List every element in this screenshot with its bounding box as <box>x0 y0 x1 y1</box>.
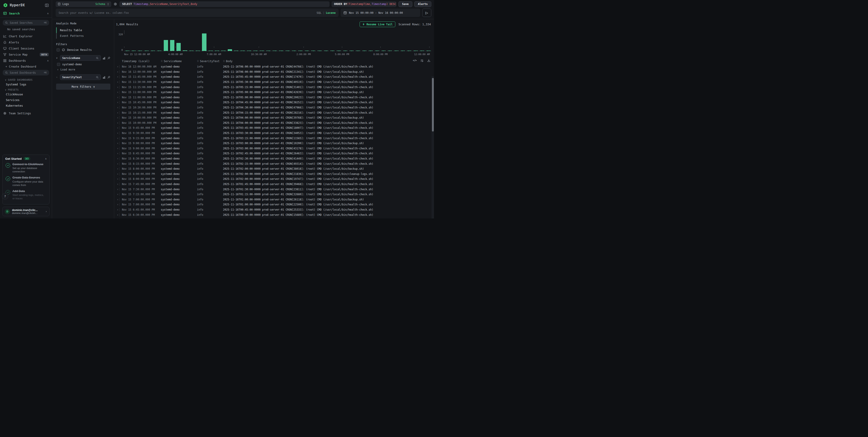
get-started-step-add-data[interactable]: Add Data Start sending logs, metrics, or… <box>6 190 46 200</box>
column-header-body[interactable]: ⠿ Body <box>223 60 421 63</box>
sidebar-item-dashboards[interactable]: Dashboards ∧ <box>0 58 52 64</box>
user-menu[interactable]: D dominic.tran@clic... dominic.tran@clic… <box>2 207 50 216</box>
saved-dashboards-input[interactable]: Saved Dashboards ⌘K <box>3 70 49 75</box>
servicename-value-checkbox[interactable] <box>57 63 60 66</box>
drag-handle-icon[interactable]: ⠿ <box>197 60 199 63</box>
load-more-button[interactable]: › Load more <box>57 68 111 71</box>
drag-handle-icon[interactable]: ⠿ <box>161 60 163 63</box>
table-row[interactable]: ›Nov 15 9:30:00.000 PMsystemd-demoinfo20… <box>116 131 434 136</box>
order-by-input[interactable]: ORDER BY (TimestampTime, Timestamp ) DES… <box>332 1 397 7</box>
log-table-body: ›Nov 16 12:00:00.000 AMsystemd-demoinfo2… <box>116 64 434 218</box>
save-button[interactable]: Save <box>399 1 412 7</box>
saved-searches-input[interactable]: Saved Searches ⌘K <box>3 20 49 26</box>
table-row[interactable]: ›Nov 15 6:15:00.000 PMsystemd-demoinfo20… <box>116 217 434 218</box>
table-row[interactable]: ›Nov 15 11:15:00.000 PMsystemd-demoinfo2… <box>116 85 434 90</box>
chevron-right-icon[interactable]: › <box>56 76 58 79</box>
mode-event-patterns[interactable]: Event Patterns <box>56 33 111 39</box>
table-row[interactable]: ›Nov 15 11:00:00.000 PMsystemd-demoinfo2… <box>116 95 434 100</box>
table-row[interactable]: ›Nov 15 10:30:00.000 PMsystemd-demoinfo2… <box>116 105 434 110</box>
table-row[interactable]: ›Nov 15 8:00:00.000 PMsystemd-demoinfo20… <box>116 171 434 176</box>
table-row[interactable]: ›Nov 15 11:30:00.000 PMsystemd-demoinfo2… <box>116 79 434 85</box>
table-row[interactable]: ›Nov 15 11:45:00.000 PMsystemd-demoinfo2… <box>116 74 434 79</box>
alerts-button[interactable]: Alerts <box>414 1 431 7</box>
sidebar-item-systemd-logs[interactable]: Systemd logs <box>0 81 52 87</box>
column-header-severitytext[interactable]: ⠿ SeverityText <box>197 60 223 63</box>
bar-chart-icon[interactable] <box>102 57 105 60</box>
table-row[interactable]: ›Nov 15 10:00:00.000 PMsystemd-demoinfo2… <box>116 115 434 121</box>
sidebar-item-client-sessions[interactable]: Client Sessions <box>0 45 52 52</box>
table-row[interactable]: ›Nov 15 9:15:00.000 PMsystemd-demoinfo20… <box>116 136 434 141</box>
chevron-up-icon[interactable]: ∧ <box>47 12 49 15</box>
event-search-input[interactable]: Search your events w/ Lucene ex. column:… <box>56 9 339 17</box>
chevron-up-icon[interactable]: ∧ <box>47 59 49 62</box>
wrap-lines-icon[interactable] <box>420 59 424 62</box>
get-started-step-sources[interactable]: Create Data Sources Configure where your… <box>6 176 46 187</box>
expand-row-icon: › <box>116 213 119 216</box>
download-icon[interactable] <box>427 59 430 62</box>
sidebar-item-services[interactable]: Services <box>0 97 52 103</box>
date-range-picker[interactable]: 1 Nov 15 00:00:00 - Nov 16 00:00:00 <box>341 9 420 17</box>
get-started-step-connect[interactable]: Connect to ClickHouse Set up your databa… <box>6 163 46 173</box>
table-row[interactable]: ›Nov 15 8:00:00.000 PMsystemd-demoinfo20… <box>116 176 434 182</box>
help-button[interactable]: ? <box>2 193 8 200</box>
table-row[interactable]: ›Nov 15 9:45:00.000 PMsystemd-demoinfo20… <box>116 125 434 131</box>
table-row[interactable]: ›Nov 15 8:15:00.000 PMsystemd-demoinfo20… <box>116 161 434 166</box>
column-header-servicename[interactable]: ⠿ ServiceName <box>161 60 197 63</box>
table-row[interactable]: ›Nov 15 10:15:00.000 PMsystemd-demoinfo2… <box>116 110 434 115</box>
table-row[interactable]: ›Nov 15 8:00:00.000 PMsystemd-demoinfo20… <box>116 166 434 171</box>
table-row[interactable]: ›Nov 16 12:00:00.000 AMsystemd-demoinfo2… <box>116 64 434 69</box>
collapse-sidebar-icon[interactable] <box>45 4 49 7</box>
pin-icon[interactable] <box>107 57 111 60</box>
section-presets[interactable]: ∨ PRESETS <box>0 87 52 92</box>
section-saved-dashboards[interactable]: ∨ SAVED DASHBOARDS <box>0 77 52 81</box>
select-clause-input[interactable]: SELECT Timestamp ,ServiceName,SeverityTe… <box>119 1 330 7</box>
bar-chart-icon[interactable] <box>102 76 105 79</box>
table-row[interactable]: ›Nov 16 12:00:00.000 AMsystemd-demoinfo2… <box>116 69 434 74</box>
table-row[interactable]: ›Nov 15 9:00:00.000 PMsystemd-demoinfo20… <box>116 146 434 151</box>
table-row[interactable]: ›Nov 15 7:45:00.000 PMsystemd-demoinfo20… <box>116 182 434 187</box>
scrollbar-thumb[interactable] <box>432 78 434 132</box>
sql-toggle[interactable]: SQL <box>317 11 321 14</box>
table-row[interactable]: ›Nov 15 10:45:00.000 PMsystemd-demoinfo2… <box>116 100 434 105</box>
filter-group-severitytext[interactable]: SeverityText <box>60 74 101 80</box>
source-settings-gear-icon[interactable] <box>113 2 117 6</box>
sidebar-item-team-settings[interactable]: Team Settings <box>0 108 52 118</box>
events-histogram[interactable]: 320 0 Nov 15 12:00:00 AM4:00:00 AM7:00:0… <box>117 30 432 56</box>
chevron-up-icon[interactable]: ∧ <box>45 157 46 160</box>
table-row[interactable]: ›Nov 15 9:00:00.000 PMsystemd-demoinfo20… <box>116 141 434 146</box>
create-dashboard-button[interactable]: + Create Dashboard <box>0 64 52 69</box>
expand-row-icon: › <box>116 147 119 150</box>
resume-live-tail-button[interactable]: Resume Live Tail <box>360 22 395 27</box>
sidebar-item-clickhouse[interactable]: ClickHouse <box>0 92 52 97</box>
table-row[interactable]: ›Nov 15 8:45:00.000 PMsystemd-demoinfo20… <box>116 151 434 156</box>
sidebar-item-chart-explorer[interactable]: Chart Explorer <box>0 33 52 39</box>
table-row[interactable]: ›Nov 15 10:00:00.000 PMsystemd-demoinfo2… <box>116 121 434 126</box>
cell-severitytext: info <box>197 218 223 218</box>
table-row[interactable]: ›Nov 15 6:45:00.000 PMsystemd-demoinfo20… <box>116 207 434 212</box>
table-row[interactable]: ›Nov 15 7:00:00.000 PMsystemd-demoinfo20… <box>116 197 434 202</box>
table-row[interactable]: ›Nov 15 7:30:00.000 PMsystemd-demoinfo20… <box>116 187 434 192</box>
lucene-toggle[interactable]: Lucene <box>326 11 336 14</box>
cell-severitytext: info <box>197 101 223 104</box>
sidebar-item-alerts[interactable]: Alerts <box>0 39 52 45</box>
table-row[interactable]: ›Nov 15 8:30:00.000 PMsystemd-demoinfo20… <box>116 156 434 161</box>
drag-handle-icon[interactable]: ⠿ <box>223 60 225 63</box>
language-toggle[interactable]: SQL|Lucene <box>317 11 336 14</box>
code-view-icon[interactable]: </> <box>413 59 416 62</box>
denoise-checkbox[interactable] <box>57 48 60 52</box>
more-filters-button[interactable]: More filters ∨ <box>56 83 111 90</box>
table-row[interactable]: ›Nov 15 6:30:00.000 PMsystemd-demoinfo20… <box>116 212 434 217</box>
filter-group-servicename[interactable]: ServiceName <box>60 55 101 61</box>
chevron-down-icon[interactable]: ∨ <box>56 57 58 60</box>
sidebar-item-kubernetes[interactable]: Kubernetes <box>0 103 52 108</box>
sidebar-item-search[interactable]: Search ∧ <box>0 10 52 17</box>
pin-icon[interactable] <box>107 76 111 79</box>
table-row[interactable]: ›Nov 15 11:00:00.000 PMsystemd-demoinfo2… <box>116 90 434 95</box>
column-header-timestamp[interactable]: Timestamp (Local) <box>122 60 161 63</box>
sidebar-item-service-map[interactable]: Service Map BETA <box>0 52 52 58</box>
run-query-button[interactable]: ▷ <box>422 9 431 17</box>
table-row[interactable]: ›Nov 15 7:00:00.000 PMsystemd-demoinfo20… <box>116 202 434 207</box>
source-select[interactable]: Logs Schema <box>56 1 111 7</box>
table-row[interactable]: ›Nov 15 7:15:00.000 PMsystemd-demoinfo20… <box>116 192 434 197</box>
mode-results-table[interactable]: Results Table <box>56 27 111 33</box>
